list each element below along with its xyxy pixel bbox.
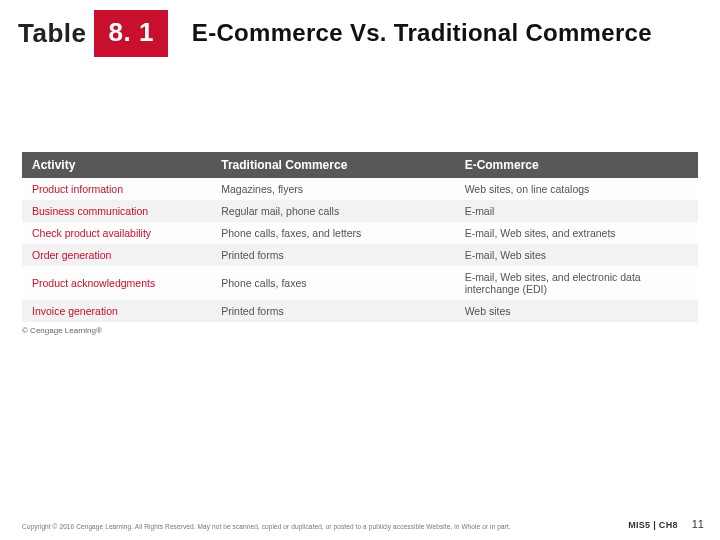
cell-traditional: Magazines, flyers	[211, 178, 454, 200]
footer: Copyright © 2016 Cengage Learning. All R…	[0, 518, 720, 530]
table-row: Order generation Printed forms E-mail, W…	[22, 244, 698, 266]
col-header-activity: Activity	[22, 152, 211, 178]
cell-activity: Invoice generation	[22, 300, 211, 322]
table-credit: © Cengage Learning®	[22, 326, 698, 335]
table-number-badge: 8. 1	[94, 10, 167, 57]
cell-activity: Product acknowledgments	[22, 266, 211, 300]
table-row: Product information Magazines, flyers We…	[22, 178, 698, 200]
cell-ecommerce: Web sites	[455, 300, 698, 322]
table-container: Activity Traditional Commerce E-Commerce…	[22, 152, 698, 335]
cell-ecommerce: E-mail, Web sites, and extranets	[455, 222, 698, 244]
cell-traditional: Regular mail, phone calls	[211, 200, 454, 222]
cell-ecommerce: E-mail	[455, 200, 698, 222]
col-header-traditional: Traditional Commerce	[211, 152, 454, 178]
table-row: Business communication Regular mail, pho…	[22, 200, 698, 222]
cell-activity: Business communication	[22, 200, 211, 222]
cell-ecommerce: Web sites, on line catalogs	[455, 178, 698, 200]
copyright-text: Copyright © 2016 Cengage Learning. All R…	[22, 523, 628, 530]
table-label: Table	[18, 18, 86, 49]
title-bar: Table 8. 1 E-Commerce Vs. Traditional Co…	[18, 10, 702, 56]
cell-traditional: Phone calls, faxes	[211, 266, 454, 300]
cell-traditional: Printed forms	[211, 300, 454, 322]
table-header-row: Activity Traditional Commerce E-Commerce	[22, 152, 698, 178]
cell-activity: Product information	[22, 178, 211, 200]
table-row: Invoice generation Printed forms Web sit…	[22, 300, 698, 322]
cell-activity: Check product availability	[22, 222, 211, 244]
page-number: 11	[692, 518, 704, 530]
cell-ecommerce: E-mail, Web sites, and electronic data i…	[455, 266, 698, 300]
col-header-ecommerce: E-Commerce	[455, 152, 698, 178]
cell-traditional: Printed forms	[211, 244, 454, 266]
table-row: Check product availability Phone calls, …	[22, 222, 698, 244]
slide: Table 8. 1 E-Commerce Vs. Traditional Co…	[0, 0, 720, 540]
cell-ecommerce: E-mail, Web sites	[455, 244, 698, 266]
cell-traditional: Phone calls, faxes, and letters	[211, 222, 454, 244]
page-title: E-Commerce Vs. Traditional Commerce	[192, 19, 652, 47]
comparison-table: Activity Traditional Commerce E-Commerce…	[22, 152, 698, 322]
table-row: Product acknowledgments Phone calls, fax…	[22, 266, 698, 300]
book-chapter-label: MIS5 | CH8	[628, 520, 678, 530]
cell-activity: Order generation	[22, 244, 211, 266]
